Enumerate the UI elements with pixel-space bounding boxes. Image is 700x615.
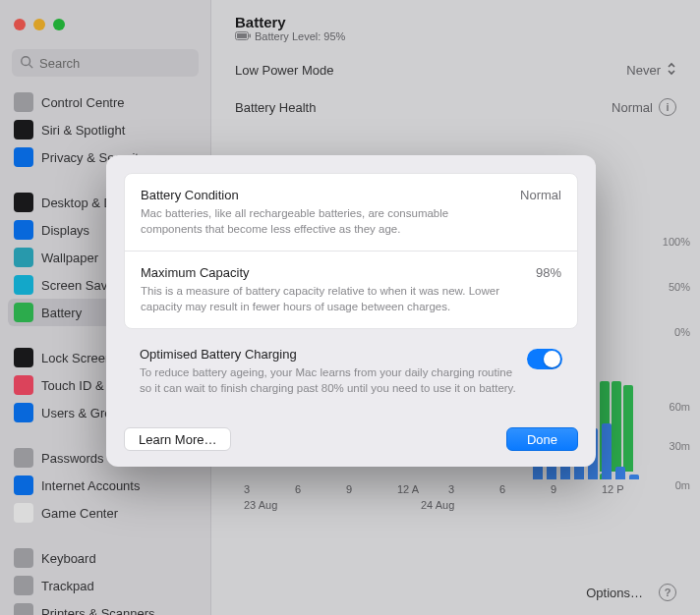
optimised-charging-desc: To reduce battery ageing, your Mac learn… (140, 365, 527, 396)
done-button[interactable]: Done (506, 427, 578, 451)
optimised-charging-toggle[interactable] (527, 349, 562, 369)
maximum-capacity-title: Maximum Capacity (141, 265, 250, 280)
maximum-capacity-desc: This is a measure of battery capacity re… (141, 284, 504, 314)
maximum-capacity-row: Maximum Capacity 98% This is a measure o… (125, 251, 577, 328)
learn-more-button[interactable]: Learn More… (124, 427, 231, 451)
battery-condition-desc: Mac batteries, like all rechargeable bat… (141, 206, 504, 237)
maximum-capacity-value: 98% (536, 265, 561, 280)
battery-condition-value: Normal (520, 188, 561, 202)
optimised-charging-title: Optimised Battery Charging (140, 347, 527, 362)
toggle-knob (544, 351, 560, 367)
battery-health-card: Battery Condition Normal Mac batteries, … (124, 173, 578, 329)
sheet-footer: Learn More… Done (124, 427, 578, 451)
battery-condition-title: Battery Condition (141, 188, 239, 202)
battery-health-sheet: Battery Condition Normal Mac batteries, … (106, 155, 596, 467)
optimised-charging-row: Optimised Battery Charging To reduce bat… (124, 347, 578, 410)
battery-condition-row: Battery Condition Normal Mac batteries, … (125, 174, 577, 251)
